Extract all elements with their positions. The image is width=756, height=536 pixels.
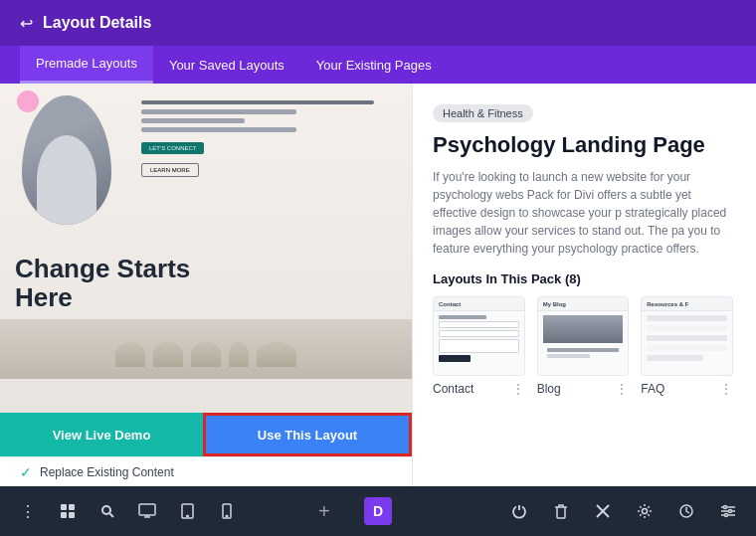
svg-point-21 bbox=[729, 510, 732, 513]
add-button[interactable]: + bbox=[318, 500, 330, 523]
svg-rect-3 bbox=[69, 512, 75, 518]
thumb-line-c1 bbox=[439, 315, 486, 319]
check-icon: ✓ bbox=[20, 464, 32, 480]
history-icon[interactable] bbox=[674, 499, 698, 523]
svg-point-12 bbox=[226, 515, 228, 517]
monitor-icon[interactable] bbox=[135, 499, 159, 523]
svg-point-15 bbox=[643, 509, 648, 514]
header-title: Layout Details bbox=[43, 14, 151, 32]
thumb-blog-line1 bbox=[547, 348, 620, 352]
thumbnail-faq: Resources & F FAQ ⋮ bbox=[641, 296, 733, 397]
thumb-dots-blog[interactable]: ⋮ bbox=[615, 381, 629, 397]
header-bar: ↩ Layout Details bbox=[0, 0, 756, 46]
trash-icon[interactable] bbox=[549, 499, 573, 523]
fake-connect-btn: LET'S CONNECT bbox=[141, 142, 204, 154]
sliders-icon[interactable] bbox=[716, 499, 740, 523]
thumb-header-blog: My Blog bbox=[538, 297, 629, 311]
grid-icon[interactable] bbox=[56, 499, 80, 523]
thumb-body-contact bbox=[434, 311, 524, 375]
thumb-faq-row-4 bbox=[647, 345, 727, 351]
replace-bar: ✓ Replace Existing Content bbox=[0, 456, 412, 486]
tab-bar: Premade Layouts Your Saved Layouts Your … bbox=[0, 46, 756, 84]
thumb-submit-btn bbox=[439, 355, 471, 362]
thumb-header-faq: Resources & F bbox=[642, 297, 732, 311]
stone-decor bbox=[0, 319, 412, 379]
svg-point-20 bbox=[724, 506, 727, 509]
main-content: LET'S CONNECT LEARN MORE Change Starts H… bbox=[0, 84, 756, 486]
left-panel: LET'S CONNECT LEARN MORE Change Starts H… bbox=[0, 84, 413, 486]
pack-label: Layouts In This Pack (8) bbox=[433, 271, 736, 286]
fake-site-text-block: LET'S CONNECT LEARN MORE bbox=[141, 95, 400, 177]
thumb-title-blog: My Blog bbox=[543, 301, 566, 307]
phone-icon[interactable] bbox=[215, 499, 239, 523]
thumb-title-contact: Contact bbox=[439, 301, 461, 307]
thumb-faq-row-1 bbox=[647, 315, 727, 321]
replace-label: Replace Existing Content bbox=[40, 465, 174, 479]
thumb-title-faq: Resources & F bbox=[647, 301, 688, 307]
thumbnail-name-row-blog: Blog ⋮ bbox=[537, 381, 630, 397]
svg-point-10 bbox=[186, 515, 188, 517]
fake-line-4 bbox=[141, 127, 296, 132]
tab-premade[interactable]: Premade Layouts bbox=[20, 46, 153, 84]
layout-title: Psychology Landing Page bbox=[433, 132, 736, 158]
back-arrow-icon[interactable]: ↩ bbox=[20, 14, 33, 33]
fake-site-top: LET'S CONNECT LEARN MORE bbox=[0, 84, 412, 247]
fake-line-3 bbox=[141, 118, 245, 123]
close-icon[interactable] bbox=[591, 499, 615, 523]
svg-line-5 bbox=[110, 514, 114, 518]
fake-site: LET'S CONNECT LEARN MORE Change Starts H… bbox=[0, 84, 412, 413]
thumbnail-blog: My Blog Blog ⋮ bbox=[537, 296, 630, 397]
thumb-body-faq bbox=[642, 311, 732, 375]
fake-pink-dot bbox=[17, 90, 39, 112]
thumb-form-2 bbox=[439, 330, 519, 337]
svg-rect-0 bbox=[61, 504, 67, 510]
toolbar-right bbox=[507, 499, 740, 523]
stone-bump-5 bbox=[257, 342, 296, 367]
fake-line-2 bbox=[141, 109, 296, 114]
divi-logo-text: D bbox=[373, 503, 383, 519]
tab-existing[interactable]: Your Existing Pages bbox=[300, 46, 448, 84]
thumb-dots-faq[interactable]: ⋮ bbox=[719, 381, 733, 397]
use-this-layout-button[interactable]: Use This Layout bbox=[203, 413, 412, 456]
thumbnail-card-contact[interactable]: Contact bbox=[433, 296, 525, 376]
thumbnail-name-blog: Blog bbox=[537, 382, 561, 396]
svg-rect-6 bbox=[139, 504, 155, 515]
fake-person-img bbox=[22, 95, 111, 225]
toolbar-left: ⋮ bbox=[16, 499, 239, 523]
stone-bump-1 bbox=[115, 342, 145, 367]
thumbnail-card-faq[interactable]: Resources & F bbox=[641, 296, 733, 376]
thumbnail-card-blog[interactable]: My Blog bbox=[537, 296, 630, 376]
thumb-blog-line2 bbox=[547, 354, 591, 358]
thumb-blog-text bbox=[543, 348, 624, 358]
thumbnail-contact: Contact Contact ⋮ bbox=[433, 296, 525, 397]
fake-line-1 bbox=[141, 100, 374, 104]
svg-point-4 bbox=[102, 506, 110, 514]
thumbnails-row: Contact Contact ⋮ bbox=[433, 296, 736, 397]
thumbnail-name-row-faq: FAQ ⋮ bbox=[641, 381, 733, 397]
tablet-icon[interactable] bbox=[175, 499, 199, 523]
thumb-form-3 bbox=[439, 339, 519, 353]
view-live-demo-button[interactable]: View Live Demo bbox=[0, 413, 203, 456]
layout-desc: If you're looking to launch a new websit… bbox=[433, 168, 736, 258]
thumb-faq-row-2 bbox=[647, 325, 727, 331]
settings-icon[interactable] bbox=[633, 499, 657, 523]
fake-person-silhouette bbox=[37, 135, 96, 225]
preview-content: LET'S CONNECT LEARN MORE Change Starts H… bbox=[0, 84, 412, 413]
thumbnail-name-row-contact: Contact ⋮ bbox=[433, 381, 525, 397]
search-icon[interactable] bbox=[95, 499, 119, 523]
thumb-dots-contact[interactable]: ⋮ bbox=[511, 381, 525, 397]
preview-image: LET'S CONNECT LEARN MORE Change Starts H… bbox=[0, 84, 412, 413]
stone-bumps bbox=[115, 342, 296, 367]
menu-dots-icon[interactable]: ⋮ bbox=[16, 499, 40, 523]
right-panel: Health & Fitness Psychology Landing Page… bbox=[413, 84, 756, 486]
tab-saved[interactable]: Your Saved Layouts bbox=[153, 46, 300, 84]
svg-rect-1 bbox=[69, 504, 75, 510]
thumb-faq-row-5 bbox=[647, 355, 702, 361]
thumb-body-blog bbox=[538, 311, 629, 375]
fake-learn-btn: LEARN MORE bbox=[141, 163, 199, 177]
preview-actions: View Live Demo Use This Layout bbox=[0, 413, 412, 456]
bottom-toolbar: ⋮ bbox=[0, 486, 756, 536]
divi-logo-box: D bbox=[364, 497, 392, 525]
power-icon[interactable] bbox=[507, 499, 531, 523]
thumbnail-name-faq: FAQ bbox=[641, 382, 664, 396]
